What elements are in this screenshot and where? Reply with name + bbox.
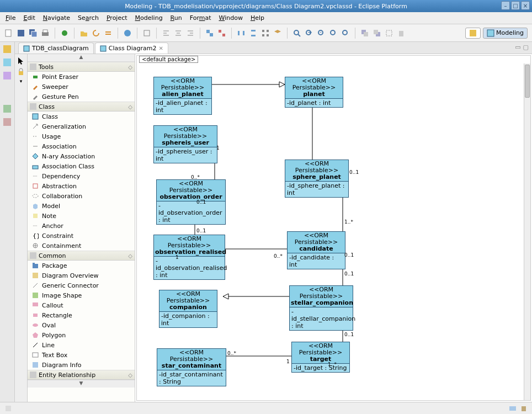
palette-scroll-up[interactable]: ▲ bbox=[28, 54, 135, 62]
class-stellar-companion[interactable]: <<ORM Persistable>>stellar_companion -id… bbox=[289, 285, 353, 331]
outline-icon[interactable] bbox=[2, 117, 12, 127]
build-icon[interactable] bbox=[60, 29, 69, 38]
dropdown-icon[interactable]: ▾ bbox=[20, 78, 23, 84]
class-observation-realised[interactable]: <<ORM Persistable>>observation_realised … bbox=[153, 235, 225, 280]
zoom-fit-icon[interactable] bbox=[292, 29, 301, 38]
menu-window[interactable]: Window bbox=[216, 13, 246, 23]
class-star-contaminant[interactable]: <<ORM Persistable>>star_contaminant -id_… bbox=[157, 348, 226, 386]
class-companion[interactable]: <<ORM Persistable>>companion -id_compani… bbox=[159, 290, 217, 328]
web-icon[interactable] bbox=[123, 29, 132, 38]
palette-point-eraser[interactable]: Point Eraser bbox=[28, 72, 135, 82]
open-icon[interactable] bbox=[79, 29, 88, 38]
class-candidate[interactable]: <<ORM Persistable>>candidate -id_candida… bbox=[287, 231, 345, 269]
palette-generalization[interactable]: Generalization bbox=[28, 121, 135, 131]
pin-icon[interactable]: ◇ bbox=[128, 64, 132, 70]
layers-icon[interactable] bbox=[273, 29, 282, 38]
palette-scroll-down[interactable]: ▼ bbox=[28, 380, 135, 388]
minimize-view-icon[interactable]: ▭ bbox=[515, 44, 520, 51]
status-monitor-icon[interactable] bbox=[509, 405, 517, 412]
switch-icon[interactable] bbox=[104, 29, 113, 38]
close-button[interactable]: × bbox=[521, 1, 530, 10]
palette-line[interactable]: Line bbox=[28, 340, 135, 350]
palette-gesture-pen[interactable]: Gesture Pen bbox=[28, 92, 135, 102]
palette-overview[interactable]: Diagram Overview bbox=[28, 270, 135, 280]
vertical-scrollbar[interactable] bbox=[524, 63, 530, 400]
menu-file[interactable]: FFileile bbox=[2, 13, 19, 23]
properties-icon[interactable] bbox=[2, 104, 12, 114]
palette-anchor[interactable]: Anchor bbox=[28, 221, 135, 231]
palette-class[interactable]: Class bbox=[28, 112, 135, 121]
palette-note[interactable]: Note bbox=[28, 211, 135, 221]
menu-modeling[interactable]: Modeling bbox=[132, 13, 166, 23]
maximize-button[interactable]: □ bbox=[511, 1, 520, 10]
scrollbar-thumb[interactable] bbox=[525, 65, 530, 98]
menu-run[interactable]: Run bbox=[167, 13, 185, 23]
palette-constraint[interactable]: {}Constraint bbox=[28, 231, 135, 241]
zoom-out-icon[interactable]: - bbox=[317, 29, 326, 38]
status-trash-icon[interactable] bbox=[520, 405, 528, 412]
align-left-icon[interactable] bbox=[162, 29, 171, 38]
class-sphereis-user[interactable]: <<ORM Persistable>>sphereis_user -id_sph… bbox=[153, 125, 217, 163]
palette-usage[interactable]: Usage bbox=[28, 131, 135, 141]
palette-oval[interactable]: Oval bbox=[28, 320, 135, 330]
align-center-icon[interactable] bbox=[174, 29, 183, 38]
lock-icon[interactable] bbox=[17, 67, 25, 76]
class-sphere-planet[interactable]: <<ORM Persistable>>sphere_planet -id_sph… bbox=[285, 160, 349, 198]
distribute-v-icon[interactable] bbox=[249, 29, 258, 38]
delete-icon[interactable] bbox=[397, 29, 406, 38]
palette-header-er[interactable]: Entity Relationship ◇ bbox=[28, 370, 135, 380]
layer-back-icon[interactable] bbox=[373, 29, 381, 38]
zoom-sel-icon[interactable] bbox=[341, 29, 350, 38]
close-icon[interactable]: ✕ bbox=[158, 45, 163, 51]
project-explorer-icon[interactable] bbox=[2, 44, 12, 54]
palette-header-common[interactable]: Common ◇ bbox=[28, 251, 135, 261]
class-target[interactable]: <<ORM Persistable>>target -id_target : S… bbox=[291, 342, 350, 373]
align-right-icon[interactable] bbox=[186, 29, 195, 38]
tab-class-diagram2[interactable]: Class Diagram2 ✕ bbox=[95, 43, 168, 54]
menu-help[interactable]: Help bbox=[247, 13, 268, 23]
new-icon[interactable] bbox=[4, 29, 13, 38]
text-icon[interactable] bbox=[142, 29, 151, 38]
menu-edit[interactable]: Edit bbox=[20, 13, 38, 23]
cursor-icon[interactable] bbox=[17, 56, 25, 65]
palette-image-shape[interactable]: Image Shape bbox=[28, 290, 135, 300]
menu-project[interactable]: Project bbox=[103, 13, 131, 23]
snap-icon[interactable] bbox=[385, 29, 393, 38]
palette-collaboration[interactable]: Collaboration bbox=[28, 191, 135, 201]
diagram-navigator-icon[interactable] bbox=[2, 57, 12, 67]
pin-icon[interactable]: ◇ bbox=[128, 372, 132, 378]
menu-search[interactable]: Search bbox=[75, 13, 102, 23]
model-explorer-icon[interactable] bbox=[2, 71, 12, 81]
palette-generic-connector[interactable]: Generic Connector bbox=[28, 280, 135, 290]
palette-textbox[interactable]: Text Box bbox=[28, 350, 135, 360]
menu-format[interactable]: Format bbox=[187, 13, 215, 23]
pin-icon[interactable]: ◇ bbox=[128, 104, 132, 110]
print-icon[interactable] bbox=[41, 29, 50, 38]
maximize-view-icon[interactable]: ▢ bbox=[523, 44, 529, 51]
palette-containment[interactable]: Containment bbox=[28, 241, 135, 251]
save-all-icon[interactable] bbox=[29, 29, 38, 38]
package-label[interactable]: <default package> bbox=[139, 56, 198, 63]
palette-package[interactable]: Package bbox=[28, 261, 135, 270]
grid-icon[interactable] bbox=[261, 29, 270, 38]
palette-callout[interactable]: Callout bbox=[28, 300, 135, 310]
palette-model[interactable]: Model bbox=[28, 201, 135, 211]
class-planet[interactable]: <<ORM Persistable>>planet -id_planet : i… bbox=[285, 77, 343, 108]
palette-polygon[interactable]: Polygon bbox=[28, 330, 135, 340]
palette-assoc-class[interactable]: Association Class bbox=[28, 161, 135, 171]
group-icon[interactable] bbox=[205, 29, 214, 38]
save-icon[interactable] bbox=[17, 29, 25, 38]
menu-navigate[interactable]: Navigate bbox=[40, 13, 73, 23]
class-alien-planet[interactable]: <<ORM Persistable>>alien_planet -id_alie… bbox=[153, 77, 212, 115]
palette-rectangle[interactable]: Rectangle bbox=[28, 310, 135, 320]
perspective-open-button[interactable] bbox=[465, 28, 481, 39]
palette-sweeper[interactable]: Sweeper bbox=[28, 82, 135, 92]
ungroup-icon[interactable] bbox=[217, 29, 226, 38]
zoom-100-icon[interactable] bbox=[329, 29, 338, 38]
palette-abstraction[interactable]: Abstraction bbox=[28, 181, 135, 191]
pin-icon[interactable]: ◇ bbox=[128, 253, 132, 259]
palette-diagram-info[interactable]: Diagram Info bbox=[28, 360, 135, 370]
palette-association[interactable]: Association bbox=[28, 141, 135, 151]
minimize-button[interactable]: – bbox=[501, 1, 510, 10]
palette-dependency[interactable]: Dependency bbox=[28, 171, 135, 181]
